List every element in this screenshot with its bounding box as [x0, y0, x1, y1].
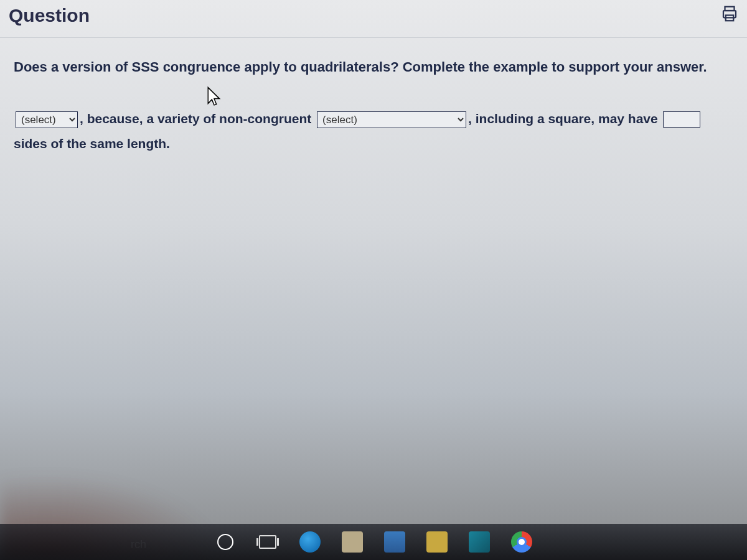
question-panel: Question Does a version of SSS congruenc… — [0, 0, 747, 560]
photos-icon[interactable] — [467, 530, 492, 554]
select-2[interactable]: (select) — [317, 111, 466, 128]
select-1[interactable]: (select) — [16, 111, 78, 128]
number-input[interactable] — [663, 111, 700, 128]
windows-taskbar — [0, 524, 747, 560]
question-header: Question — [0, 0, 747, 38]
question-title: Question — [9, 5, 90, 26]
edge-icon[interactable] — [298, 530, 322, 554]
chrome-icon[interactable] — [509, 530, 534, 554]
text-segment-3: sides of the same length. — [14, 136, 170, 151]
text-segment-1: , because, a variety of non-congruent — [80, 111, 315, 126]
file-explorer-icon[interactable] — [340, 530, 365, 554]
task-view-icon[interactable] — [255, 530, 280, 554]
store-icon[interactable] — [382, 530, 407, 554]
text-segment-2: , including a square, may have — [468, 111, 661, 126]
answer-sentence: (select) , because, a variety of non-con… — [14, 106, 733, 156]
question-body: Does a version of SSS congruence apply t… — [0, 38, 747, 156]
app-icon[interactable] — [425, 530, 449, 554]
question-prompt: Does a version of SSS congruence apply t… — [14, 58, 733, 77]
cortana-icon[interactable] — [213, 530, 238, 554]
print-icon[interactable] — [717, 1, 742, 26]
